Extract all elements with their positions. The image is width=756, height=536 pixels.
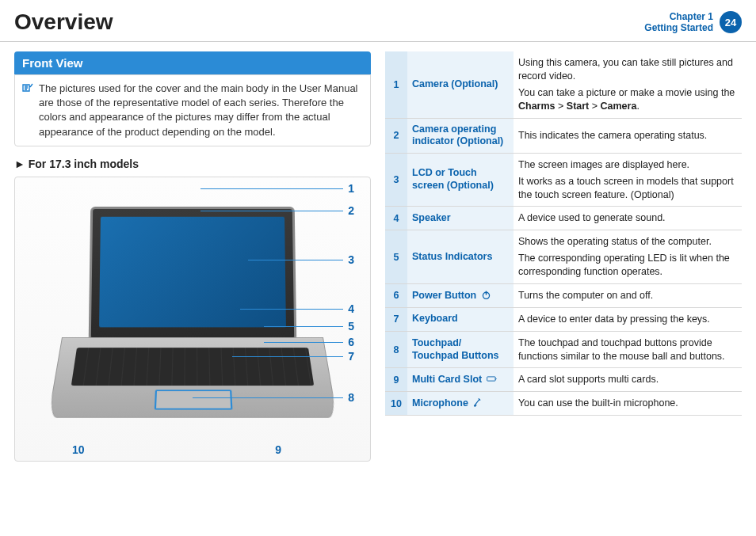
- table-row: 6Power Button Turns the computer on and …: [385, 283, 742, 307]
- page-number-badge: 24: [720, 11, 742, 33]
- part-name: Multi Card Slot: [407, 368, 514, 392]
- table-row: 4SpeakerA device used to generate sound.: [385, 207, 742, 230]
- part-name: LCD or Touch screen (Optional): [407, 153, 514, 207]
- part-number: 8: [385, 331, 407, 368]
- page-title: Overview: [14, 10, 113, 35]
- leader-line: [232, 356, 343, 357]
- leader-line: [200, 211, 343, 211]
- leader-line: [193, 397, 343, 398]
- part-name: Touchpad/ Touchpad Buttons: [407, 331, 514, 368]
- part-name: Microphone: [407, 392, 514, 416]
- left-column: Front View The pictures used for the cov…: [14, 51, 371, 462]
- callout-9: 9: [275, 443, 281, 456]
- callout-5: 5: [348, 320, 354, 333]
- parts-table: 1Camera (Optional)Using this camera, you…: [385, 51, 742, 416]
- callout-8: 8: [348, 391, 354, 404]
- part-number: 1: [385, 51, 407, 118]
- page-header: Overview Chapter 1 Getting Started 24: [0, 0, 756, 42]
- laptop-figure: 1 2 3 4 5 6 7 8 9 10: [14, 177, 371, 462]
- model-subhead: For 17.3 inch models: [14, 158, 371, 170]
- table-row: 9Multi Card Slot A card slot supports mu…: [385, 368, 742, 392]
- part-name: Status Indicators: [407, 230, 514, 284]
- chapter-info: Chapter 1 Getting Started 24: [644, 11, 742, 34]
- table-row: 10Microphone You can use the built-in mi…: [385, 392, 742, 416]
- part-name: Power Button: [407, 283, 514, 307]
- part-number: 3: [385, 153, 407, 207]
- section-title-front-view: Front View: [14, 51, 371, 74]
- callout-2: 2: [348, 204, 354, 217]
- svg-rect-2: [487, 377, 494, 381]
- laptop-illustration: [62, 206, 323, 432]
- part-number: 10: [385, 392, 407, 416]
- card-icon: [485, 374, 497, 385]
- leader-line: [264, 326, 343, 327]
- part-number: 9: [385, 368, 407, 392]
- callout-10: 10: [72, 443, 85, 456]
- table-row: 5Status IndicatorsShows the operating st…: [385, 230, 742, 284]
- part-name: Speaker: [407, 207, 514, 230]
- callout-6: 6: [348, 336, 354, 348]
- note-icon: [21, 82, 34, 100]
- right-column: 1Camera (Optional)Using this camera, you…: [385, 51, 742, 462]
- part-description: A device to enter data by pressing the k…: [514, 307, 742, 331]
- part-name: Camera (Optional): [407, 51, 514, 118]
- part-description: This indicates the camera operating stat…: [514, 118, 742, 153]
- part-description: Shows the operating status of the comput…: [514, 230, 742, 284]
- leader-line: [248, 260, 343, 260]
- part-number: 4: [385, 207, 407, 230]
- part-number: 7: [385, 307, 407, 331]
- laptop-screen: [99, 217, 286, 328]
- part-description: A device used to generate sound.: [514, 207, 742, 230]
- table-row: 1Camera (Optional)Using this camera, you…: [385, 51, 742, 118]
- part-name: Keyboard: [407, 307, 514, 331]
- chapter-line1: Chapter 1: [644, 11, 713, 22]
- part-number: 5: [385, 230, 407, 284]
- chapter-line2: Getting Started: [644, 22, 713, 33]
- table-row: 2Camera operating indicator (Optional)Th…: [385, 118, 742, 153]
- mic-icon: [471, 397, 483, 409]
- part-name: Camera operating indicator (Optional): [407, 118, 514, 153]
- laptop-base: [48, 337, 337, 418]
- content-columns: Front View The pictures used for the cov…: [0, 51, 756, 462]
- part-description: The touchpad and touchpad buttons provid…: [514, 331, 742, 368]
- callout-7: 7: [348, 350, 354, 363]
- leader-line: [240, 309, 343, 310]
- power-icon: [479, 290, 491, 301]
- part-number: 2: [385, 118, 407, 153]
- callout-4: 4: [348, 302, 354, 315]
- note-text: The pictures used for the cover and the …: [39, 82, 362, 139]
- part-description: Turns the computer on and off.: [514, 283, 742, 307]
- chapter-text: Chapter 1 Getting Started: [644, 11, 713, 34]
- laptop-touchpad: [155, 390, 233, 409]
- part-description: You can use the built-in microphone.: [514, 392, 742, 416]
- callout-3: 3: [348, 253, 354, 266]
- laptop-lid: [89, 207, 297, 341]
- leader-line: [200, 188, 343, 189]
- table-row: 3LCD or Touch screen (Optional)The scree…: [385, 153, 742, 207]
- table-row: 7KeyboardA device to enter data by press…: [385, 307, 742, 331]
- part-description: The screen images are displayed here.It …: [514, 153, 742, 207]
- callout-1: 1: [348, 182, 354, 195]
- leader-line: [264, 342, 343, 343]
- table-row: 8Touchpad/ Touchpad ButtonsThe touchpad …: [385, 331, 742, 368]
- note-box: The pictures used for the cover and the …: [14, 74, 371, 146]
- part-number: 6: [385, 283, 407, 307]
- part-description: A card slot supports multi cards.: [514, 368, 742, 392]
- laptop-keyboard: [71, 348, 314, 386]
- part-description: Using this camera, you can take still pi…: [514, 51, 742, 118]
